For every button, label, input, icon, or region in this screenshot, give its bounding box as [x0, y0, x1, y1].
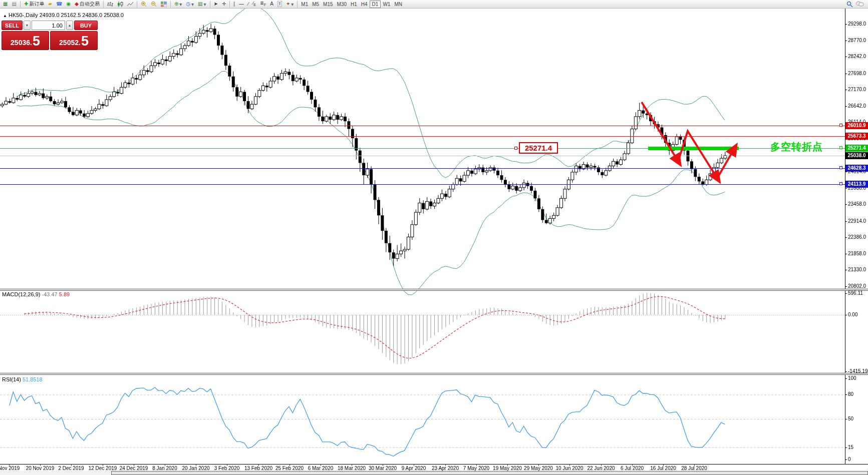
tile-windows-button[interactable] [159, 1, 169, 8]
price-tick-label: 21330.0 [848, 267, 866, 272]
scrollbar-thumb[interactable] [111, 471, 868, 475]
timeframe-m30[interactable]: M30 [335, 1, 349, 8]
price-axis-border [845, 9, 845, 464]
rsi-pane-separator[interactable] [0, 373, 868, 375]
timeframe-m1[interactable]: M1 [299, 1, 310, 8]
timeframe-m5[interactable]: M5 [310, 1, 321, 8]
toolbar-separator [103, 1, 104, 8]
candle-chart-icon [117, 2, 123, 7]
new-order-button[interactable]: ✚ 新订单 [22, 1, 46, 8]
level-drag-marker[interactable] [839, 146, 842, 149]
channel-button[interactable]: ∕E [251, 1, 258, 8]
auto-trading-label: 自动交易 [80, 1, 100, 8]
indicators-button[interactable]: ⊕▾ [172, 1, 184, 8]
vertical-line-icon: | [233, 2, 235, 7]
price-annotation-box[interactable]: 25271.4 [519, 142, 558, 154]
hline-25038[interactable] [0, 156, 845, 156]
date-label: 30 Mar 2020 [369, 465, 397, 471]
buy-price-main: 25052. [59, 37, 81, 48]
market-depth-button[interactable]: ▰ [46, 1, 54, 8]
price-tick-label: 26642.0 [848, 103, 866, 109]
chat-icon[interactable] [856, 1, 864, 7]
broadcast-button[interactable]: ◉ [64, 1, 73, 8]
sell-button[interactable]: SELL [2, 21, 23, 30]
periods-button[interactable]: ◷▾ [184, 1, 196, 8]
zoom-in-button[interactable] [139, 1, 149, 8]
new-chart-button[interactable]: ▦ [1, 1, 10, 8]
collapse-triangle-icon[interactable]: ▲ [3, 14, 7, 18]
price-annotation-marker[interactable] [514, 147, 517, 150]
price-tick-label: 28242.0 [848, 54, 866, 59]
price-tick-label: 27170.0 [848, 87, 866, 92]
buy-button[interactable]: BUY [74, 21, 98, 30]
turning-point-annotation[interactable]: 多空转折点 [770, 140, 823, 154]
period-clock-icon: ◷ [186, 2, 190, 7]
auto-trading-button[interactable]: ◆ 自动交易 [73, 1, 102, 8]
rsi-axis-label: 80 [848, 391, 853, 397]
sell-price-pip: 5 [33, 35, 40, 48]
date-label: 6 Mar 2020 [308, 465, 334, 471]
hline-24113.9[interactable] [0, 184, 845, 185]
date-label: 28 Jul 2020 [681, 465, 707, 471]
level-drag-marker[interactable] [839, 182, 842, 185]
macd-pane-separator[interactable] [0, 289, 868, 291]
search-icon[interactable] [846, 1, 853, 8]
volume-input[interactable]: 1.00 [32, 21, 65, 30]
cursor-button[interactable]: ➤ [212, 1, 220, 8]
date-axis[interactable]: Nov 201920 Nov 20192 Dec 201912 Dec 2019… [0, 464, 868, 471]
date-label: 19 May 2020 [493, 465, 522, 471]
date-label: 23 Apr 2020 [432, 465, 459, 471]
cursor-icon: ➤ [214, 2, 218, 7]
text-label-button[interactable]: T [275, 1, 284, 8]
line-chart-button[interactable] [125, 1, 135, 8]
timeframe-h1[interactable]: H1 [349, 1, 359, 8]
horizontal-scrollbar[interactable] [0, 471, 868, 475]
arrows-button[interactable]: ✦▾ [284, 1, 296, 8]
toolbar-separator [210, 1, 210, 8]
sell-price-display[interactable]: 25036. 5 [2, 31, 49, 50]
volume-increase-button[interactable]: ▲ [66, 21, 73, 30]
price-tick-label: 22914.0 [848, 218, 866, 224]
volume-decrease-button[interactable]: ▼ [24, 21, 31, 30]
timeframe-h4[interactable]: H4 [359, 1, 370, 8]
buy-price-display[interactable]: 25052. 5 [50, 31, 98, 50]
trendline-button[interactable]: ∕ [246, 1, 251, 8]
timeframe-m15[interactable]: M15 [321, 1, 335, 8]
timeframe-w1[interactable]: W1 [381, 1, 392, 8]
hline-24628.3[interactable] [0, 168, 845, 169]
horizontal-line-button[interactable]: — [237, 1, 246, 8]
price-tick-label: 21858.0 [848, 251, 866, 256]
bar-chart-icon [107, 2, 113, 7]
vertical-line-button[interactable]: | [231, 1, 237, 8]
hline-26010.9[interactable] [0, 126, 845, 126]
level-drag-marker[interactable] [839, 166, 842, 169]
crosshair-button[interactable]: ✛ [220, 1, 228, 8]
timeframe-d1[interactable]: D1 [370, 1, 381, 8]
level-drag-marker[interactable] [839, 124, 842, 127]
hline-25673.3[interactable] [0, 136, 845, 137]
templates-button[interactable]: ▧▾ [196, 1, 208, 8]
line-chart-icon [127, 2, 133, 7]
date-label: 12 Dec 2019 [89, 465, 117, 471]
profiles-button[interactable]: ▤ [10, 1, 18, 8]
indicators-add-icon: ⊕ [174, 2, 178, 7]
bar-chart-button[interactable] [105, 1, 115, 8]
support-zone-bar[interactable] [648, 147, 739, 150]
terminal-window: ▦ ▤ ✚ 新订单 ▰ ☎ ◉ ◆ 自动交易 ⊕▾ ◷▾ ▧▾ ➤ ✛ | — … [0, 0, 868, 475]
zoom-out-button[interactable] [149, 1, 159, 8]
fibonacci-icon: ≣F [260, 1, 266, 8]
timeframe-mn[interactable]: MN [392, 1, 404, 8]
date-label: Nov 2019 [0, 465, 20, 471]
chart-canvas[interactable] [0, 9, 868, 475]
date-label: 25 Feb 2020 [275, 465, 304, 471]
date-label: 2 Dec 2019 [58, 465, 84, 471]
community-button[interactable]: ☎ [54, 1, 64, 8]
zoom-out-icon [151, 1, 157, 7]
rsi-axis-label: 0 [848, 456, 851, 462]
price-tick-label: 22386.0 [848, 234, 866, 240]
horizontal-line-icon: — [239, 2, 244, 7]
fibonacci-button[interactable]: ≣F [258, 1, 268, 8]
text-button[interactable]: A [268, 1, 275, 8]
candle-chart-button[interactable] [115, 1, 125, 8]
community-icon: ☎ [56, 2, 62, 7]
